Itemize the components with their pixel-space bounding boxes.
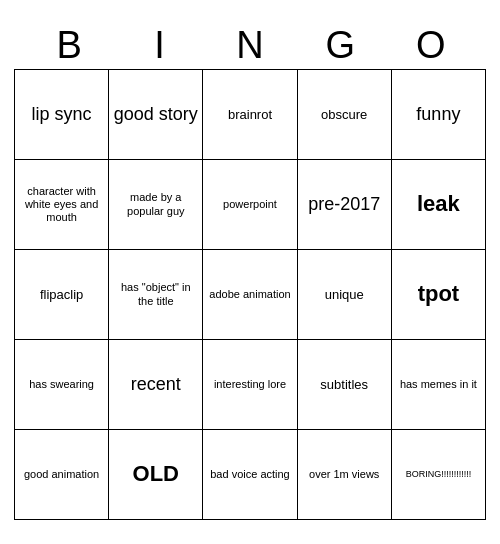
bingo-cell-r1c0: character with white eyes and mouth <box>15 160 109 250</box>
title-b: B <box>29 24 109 67</box>
bingo-cell-r3c3: subtitles <box>298 340 392 430</box>
bingo-cell-r3c2: interesting lore <box>203 340 297 430</box>
bingo-cell-r4c4: BORING!!!!!!!!!!!! <box>392 430 486 520</box>
bingo-cell-r2c0: flipaclip <box>15 250 109 340</box>
bingo-cell-r4c3: over 1m views <box>298 430 392 520</box>
bingo-cell-r2c2: adobe animation <box>203 250 297 340</box>
bingo-grid: lip syncgood storybrainrotobscurefunnych… <box>14 69 486 520</box>
bingo-cell-r1c4: leak <box>392 160 486 250</box>
title-g: G <box>300 24 380 67</box>
bingo-cell-r2c3: unique <box>298 250 392 340</box>
bingo-cell-r1c1: made by a popular guy <box>109 160 203 250</box>
bingo-cell-r0c4: funny <box>392 70 486 160</box>
bingo-cell-r1c3: pre-2017 <box>298 160 392 250</box>
bingo-cell-r3c1: recent <box>109 340 203 430</box>
bingo-cell-r0c3: obscure <box>298 70 392 160</box>
title-i: I <box>120 24 200 67</box>
title-n: N <box>210 24 290 67</box>
bingo-title: B I N G O <box>14 24 486 67</box>
bingo-card: B I N G O lip syncgood storybrainrotobsc… <box>10 20 490 524</box>
bingo-cell-r3c4: has memes in it <box>392 340 486 430</box>
title-o: O <box>391 24 471 67</box>
bingo-cell-r4c1: OLD <box>109 430 203 520</box>
bingo-cell-r4c2: bad voice acting <box>203 430 297 520</box>
bingo-cell-r0c0: lip sync <box>15 70 109 160</box>
bingo-cell-r2c1: has "object" in the title <box>109 250 203 340</box>
bingo-cell-r4c0: good animation <box>15 430 109 520</box>
bingo-cell-r2c4: tpot <box>392 250 486 340</box>
bingo-cell-r1c2: powerpoint <box>203 160 297 250</box>
bingo-cell-r0c2: brainrot <box>203 70 297 160</box>
bingo-cell-r0c1: good story <box>109 70 203 160</box>
bingo-cell-r3c0: has swearing <box>15 340 109 430</box>
